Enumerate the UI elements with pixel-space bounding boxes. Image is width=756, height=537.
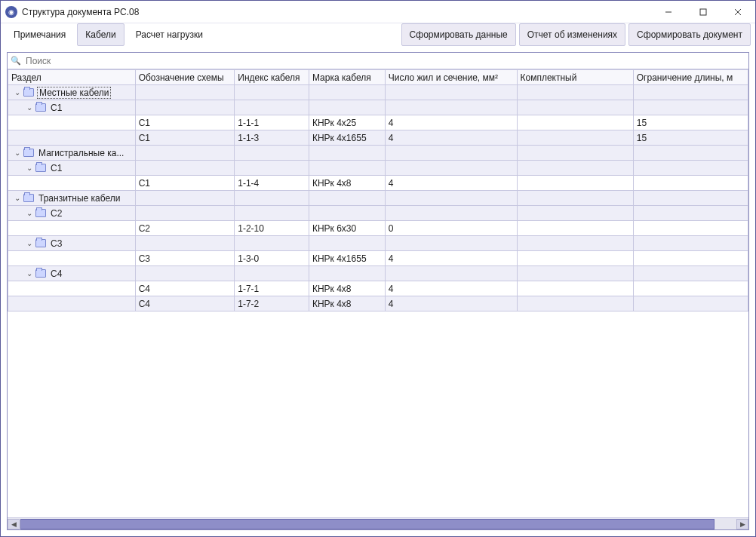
tree-group-row[interactable]: ⌄С1 (8, 161, 748, 176)
cell[interactable] (517, 85, 633, 100)
cell[interactable]: 4 (385, 251, 517, 266)
cell[interactable]: С4 (135, 296, 235, 311)
col-section[interactable]: Раздел (8, 70, 136, 85)
cell[interactable] (517, 130, 633, 146)
tree-cell[interactable]: ⌄Местные кабели (8, 85, 136, 100)
cell[interactable]: КНРк 4х1655 (309, 251, 385, 266)
cell[interactable] (8, 251, 136, 266)
cell[interactable] (633, 176, 748, 191)
table-row[interactable]: С41-7-1КНРк 4х84 (8, 281, 748, 296)
cell[interactable] (309, 266, 385, 281)
chevron-down-icon[interactable]: ⌄ (13, 88, 22, 97)
cell[interactable] (309, 100, 385, 115)
cell[interactable] (8, 130, 136, 146)
chevron-down-icon[interactable]: ⌄ (25, 164, 34, 172)
cell[interactable]: С1 (135, 115, 235, 130)
cell[interactable]: С1 (135, 176, 235, 191)
cell[interactable] (8, 176, 136, 191)
col-brand[interactable]: Марка кабеля (309, 70, 385, 85)
cell[interactable]: 15 (633, 115, 748, 130)
cell[interactable] (8, 281, 136, 296)
cell[interactable]: 4 (385, 296, 517, 311)
cell[interactable] (517, 266, 633, 281)
cell[interactable] (235, 85, 309, 100)
cell[interactable] (517, 161, 633, 176)
col-index[interactable]: Индекс кабеля (235, 70, 309, 85)
cell[interactable] (517, 176, 633, 191)
table-row[interactable]: С11-1-1КНРк 4х25415 (8, 115, 748, 130)
cell[interactable] (235, 266, 309, 281)
cell[interactable] (135, 85, 235, 100)
tree-cell[interactable]: ⌄С3 (8, 236, 136, 251)
cell[interactable] (633, 296, 748, 311)
tree-cell[interactable]: ⌄С2 (8, 206, 136, 221)
cell[interactable] (235, 161, 309, 176)
cell[interactable] (309, 146, 385, 161)
cell[interactable] (633, 146, 748, 161)
search-input[interactable] (24, 55, 745, 67)
cell[interactable]: 1-1-3 (235, 130, 309, 146)
tree-group-row[interactable]: ⌄С4 (8, 266, 748, 281)
cell[interactable] (135, 191, 235, 206)
cell[interactable]: 1-7-2 (235, 296, 309, 311)
cell[interactable] (385, 236, 517, 251)
tree-group-row[interactable]: ⌄С3 (8, 236, 748, 251)
cell[interactable]: 1-2-10 (235, 221, 309, 236)
cell[interactable] (385, 161, 517, 176)
cell[interactable] (633, 221, 748, 236)
cell[interactable]: 0 (385, 221, 517, 236)
generate-data-button[interactable]: Сформировать данные (401, 23, 516, 46)
cell[interactable] (235, 191, 309, 206)
tree-cell[interactable]: ⌄Транзитные кабели (8, 191, 136, 206)
tree-cell[interactable]: ⌄С4 (8, 266, 136, 281)
cell[interactable] (517, 251, 633, 266)
maximize-button[interactable] (686, 1, 721, 23)
cell[interactable] (517, 281, 633, 296)
cell[interactable]: 4 (385, 115, 517, 130)
cell[interactable] (385, 85, 517, 100)
cell[interactable] (633, 100, 748, 115)
tab-load-calc[interactable]: Расчет нагрузки (128, 23, 211, 46)
cell[interactable] (633, 266, 748, 281)
close-button[interactable] (721, 1, 755, 23)
cell[interactable] (633, 251, 748, 266)
cell[interactable] (135, 146, 235, 161)
col-complete[interactable]: Комплектный (517, 70, 633, 85)
cell[interactable] (309, 161, 385, 176)
table-row[interactable]: С11-1-3КНРк 4х1655415 (8, 130, 748, 146)
chevron-down-icon[interactable]: ⌄ (13, 194, 22, 202)
cell[interactable]: 15 (633, 130, 748, 146)
cell[interactable] (633, 236, 748, 251)
tab-cables[interactable]: Кабели (77, 23, 124, 46)
tree-group-row[interactable]: ⌄С1 (8, 100, 748, 115)
cell[interactable]: КНРк 4х8 (309, 176, 385, 191)
cell[interactable]: С1 (135, 130, 235, 146)
tab-notes[interactable]: Примечания (5, 23, 74, 46)
cell[interactable] (385, 266, 517, 281)
cell[interactable] (633, 161, 748, 176)
cell[interactable] (135, 206, 235, 221)
tree-group-row[interactable]: ⌄Магистральные ка... (8, 146, 748, 161)
tree-cell[interactable]: ⌄С1 (8, 100, 136, 115)
cell[interactable] (517, 100, 633, 115)
table-row[interactable]: С41-7-2КНРк 4х84 (8, 296, 748, 311)
col-cores[interactable]: Число жил и сечение, мм² (385, 70, 517, 85)
cell[interactable] (517, 146, 633, 161)
cell[interactable]: С4 (135, 281, 235, 296)
cell[interactable] (385, 191, 517, 206)
cell[interactable]: 1-7-1 (235, 281, 309, 296)
tree-group-row[interactable]: ⌄С2 (8, 206, 748, 221)
scroll-track[interactable] (20, 519, 736, 529)
cell[interactable] (517, 296, 633, 311)
changes-report-button[interactable]: Отчет об изменениях (519, 23, 625, 46)
tree-cell[interactable]: ⌄С1 (8, 161, 136, 176)
chevron-down-icon[interactable]: ⌄ (25, 269, 34, 278)
cell[interactable]: С2 (135, 221, 235, 236)
cell[interactable] (517, 115, 633, 130)
tree-cell[interactable]: ⌄Магистральные ка... (8, 146, 136, 161)
generate-document-button[interactable]: Сформировать документ (628, 23, 751, 46)
cell[interactable] (309, 206, 385, 221)
cell[interactable] (235, 146, 309, 161)
cell[interactable] (8, 115, 136, 130)
cell[interactable] (633, 206, 748, 221)
